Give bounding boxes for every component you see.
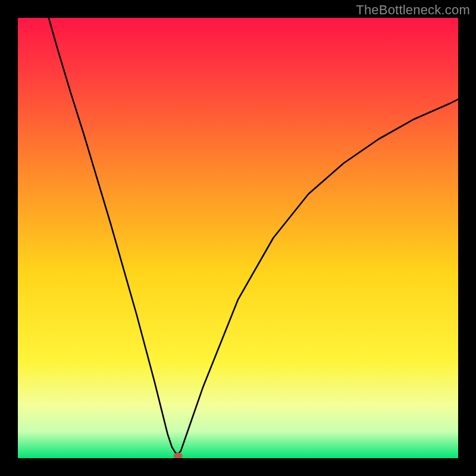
plot-svg — [18, 18, 458, 458]
chart-frame: TheBottleneck.com — [0, 0, 476, 476]
watermark-text: TheBottleneck.com — [356, 2, 470, 18]
gradient-background — [18, 18, 458, 458]
plot-area — [18, 18, 458, 458]
